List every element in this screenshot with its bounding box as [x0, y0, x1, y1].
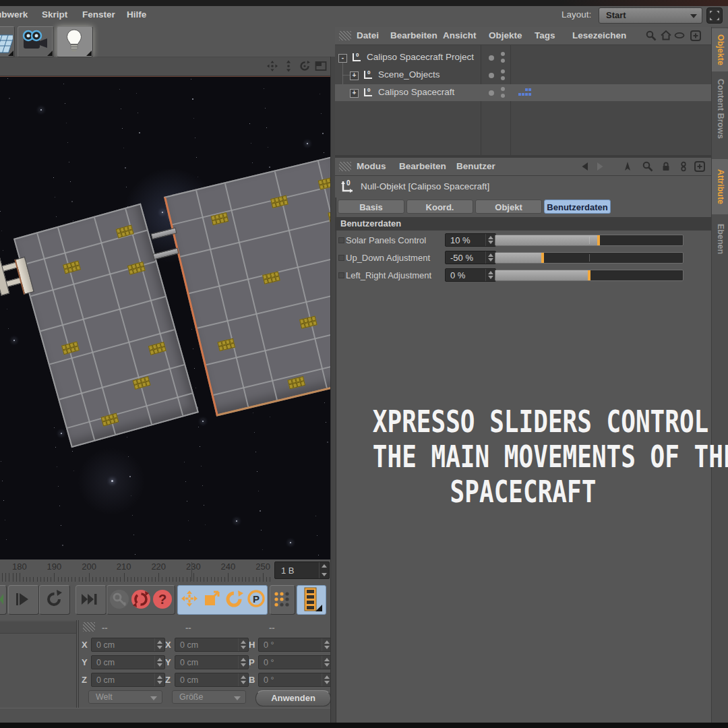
param-slider[interactable]: [495, 270, 684, 281]
play-icon[interactable]: [8, 585, 39, 615]
tree-row[interactable]: +0Calipso Spacecraft: [335, 84, 711, 101]
coord-value-field[interactable]: 0 cm: [91, 673, 165, 687]
coord-spinner[interactable]: [238, 656, 248, 669]
side-tab-objekte[interactable]: Objekte: [712, 28, 728, 71]
render-dot[interactable]: [501, 94, 505, 98]
add-icon[interactable]: [694, 160, 706, 173]
tree-label[interactable]: Calipso Spacecraft: [378, 87, 454, 97]
editor-dot[interactable]: [501, 69, 505, 73]
coord-value-field[interactable]: 0 °: [258, 673, 332, 687]
slider-handle[interactable]: [541, 253, 544, 263]
layout-dropdown[interactable]: Start: [599, 7, 702, 24]
visibility-dot[interactable]: [489, 90, 494, 96]
move-view-icon[interactable]: [266, 59, 279, 73]
expander-icon[interactable]: -: [338, 54, 347, 63]
param-spinner[interactable]: [485, 269, 495, 281]
coord-spinner[interactable]: [154, 673, 164, 686]
side-tab-ebenen[interactable]: Ebenen: [712, 217, 728, 262]
am-menu-bearbeiten[interactable]: Bearbeiten: [399, 161, 446, 171]
size-dropdown[interactable]: Größe: [172, 690, 246, 704]
back-icon[interactable]: [579, 160, 591, 173]
userdata-section-header[interactable]: Benutzerdaten: [335, 217, 711, 231]
param-checkbox[interactable]: [338, 255, 344, 261]
coord-value-field[interactable]: 0 cm: [175, 673, 249, 687]
coord-value-field[interactable]: 0 cm: [175, 655, 249, 669]
panel-grip[interactable]: [339, 31, 351, 40]
scale-tool-icon[interactable]: [202, 588, 222, 609]
cursor-up-icon[interactable]: [621, 160, 634, 173]
menu-item-fenster[interactable]: Fenster: [82, 9, 115, 20]
dolly-view-icon[interactable]: [282, 59, 295, 73]
menu-item-ubwerk[interactable]: ubwerk: [0, 9, 28, 20]
xpresso-tag-icon[interactable]: [518, 88, 533, 96]
side-tab-attribute[interactable]: Attribute: [712, 159, 728, 214]
link-icon[interactable]: [677, 160, 690, 173]
filter-icon[interactable]: [673, 30, 686, 42]
visibility-dot[interactable]: [489, 55, 494, 61]
current-frame-field[interactable]: 1 B: [274, 562, 330, 579]
coord-spinner[interactable]: [154, 638, 164, 651]
tree-label[interactable]: Calipso Spacecraft Project: [367, 52, 474, 62]
render-dot[interactable]: [501, 76, 505, 80]
toggle-view-icon[interactable]: [314, 59, 328, 73]
param-value-field[interactable]: 10 %: [445, 233, 496, 247]
expander-icon[interactable]: +: [350, 89, 359, 98]
panel-grip[interactable]: [339, 162, 351, 171]
tree-row[interactable]: +0Scene_Objects: [335, 67, 711, 84]
param-slider[interactable]: [495, 235, 684, 246]
coord-value-field[interactable]: 0 °: [258, 655, 332, 669]
lightbulb-icon[interactable]: [57, 26, 93, 57]
coord-spinner[interactable]: [238, 638, 248, 651]
fullscreen-icon[interactable]: [706, 7, 723, 24]
home-icon[interactable]: [660, 30, 672, 42]
param-spinner[interactable]: [485, 234, 495, 246]
goto-end-icon[interactable]: [75, 585, 107, 615]
camera-icon[interactable]: [18, 26, 54, 57]
menu-item-hilfe[interactable]: Hilfe: [127, 9, 146, 20]
p-axis-icon[interactable]: P: [246, 588, 266, 609]
expander-icon[interactable]: +: [350, 71, 359, 80]
param-slider[interactable]: [495, 252, 684, 264]
forward-icon[interactable]: [594, 160, 606, 173]
om-menu-datei[interactable]: Datei: [357, 30, 379, 40]
snap-dots-icon[interactable]: [270, 585, 295, 615]
prev-key-icon[interactable]: [0, 585, 7, 615]
apply-button[interactable]: Anwenden: [255, 690, 331, 706]
slider-handle[interactable]: [597, 235, 600, 245]
tab-objekt[interactable]: Objekt: [475, 200, 542, 214]
search-icon[interactable]: [642, 160, 654, 173]
param-checkbox[interactable]: [338, 272, 344, 278]
editor-dot[interactable]: [501, 87, 505, 91]
param-value-field[interactable]: 0 %: [445, 268, 496, 282]
panel-grip[interactable]: [83, 622, 95, 632]
menu-item-skript[interactable]: Skript: [42, 9, 67, 20]
coord-value-field[interactable]: 0 °: [258, 638, 332, 652]
space-dropdown[interactable]: Welt: [88, 690, 162, 704]
editor-dot[interactable]: [501, 52, 505, 56]
rotate-view-icon[interactable]: [298, 59, 311, 73]
am-menu-modus[interactable]: Modus: [357, 161, 386, 171]
param-value-field[interactable]: -50 %: [445, 251, 496, 264]
loop-icon[interactable]: [39, 585, 70, 615]
add-icon[interactable]: [690, 30, 702, 42]
param-checkbox[interactable]: [338, 237, 344, 243]
om-menu-objekte[interactable]: Objekte: [489, 30, 522, 40]
coord-value-field[interactable]: 0 cm: [91, 655, 165, 669]
coord-value-field[interactable]: 0 cm: [175, 638, 249, 652]
om-menu-ansicht[interactable]: Ansicht: [443, 30, 477, 40]
am-menu-benutzer[interactable]: Benutzer: [456, 161, 495, 171]
tree-label[interactable]: Scene_Objects: [378, 69, 440, 80]
coord-spinner[interactable]: [238, 673, 248, 686]
floor-icon[interactable]: [0, 26, 15, 57]
search-icon[interactable]: [645, 30, 657, 42]
om-menu-lesezeichen[interactable]: Lesezeichen: [572, 30, 626, 40]
tab-koord[interactable]: Koord.: [406, 200, 473, 214]
filmstrip-icon[interactable]: [299, 587, 322, 611]
move-tool-icon[interactable]: [179, 588, 200, 609]
rotate-tool-icon[interactable]: [224, 588, 244, 609]
tab-benutzerdaten[interactable]: Benutzerdaten: [544, 200, 611, 214]
tree-row[interactable]: -0Calipso Spacecraft Project: [335, 49, 711, 66]
side-tab-content-brows[interactable]: Content Brows: [712, 74, 728, 143]
render-dot[interactable]: [501, 59, 505, 63]
coord-value-field[interactable]: 0 cm: [91, 638, 165, 652]
